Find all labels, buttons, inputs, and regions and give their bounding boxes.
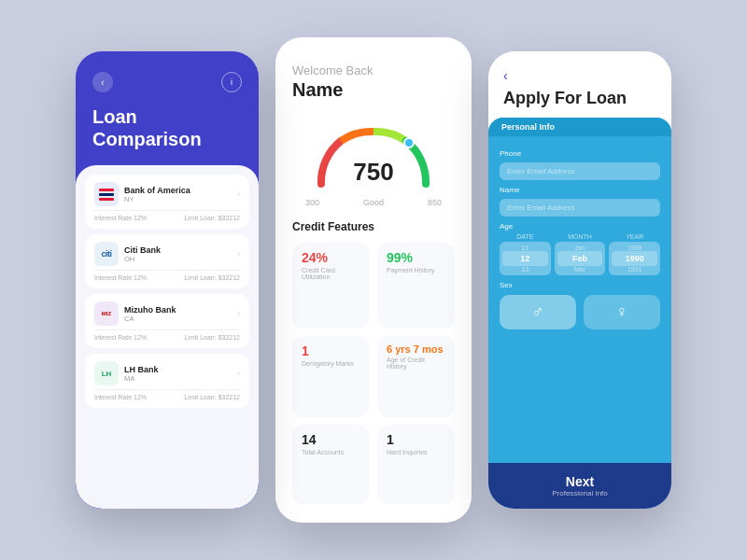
bank-limit-lh: Limit Loan: $32212 <box>184 394 240 400</box>
feature-value-5: 1 <box>387 432 445 447</box>
screen1-info-button[interactable]: i <box>221 72 242 92</box>
credit-features-title: Credit Features <box>292 220 455 233</box>
welcome-text: Welcome Back <box>292 63 455 77</box>
next-label: Next <box>500 474 660 489</box>
arrow-icon-lh: › <box>237 369 240 378</box>
screen3-title: Apply For Loan <box>503 89 656 108</box>
year-value: 1990 <box>612 251 657 266</box>
sex-male-button[interactable]: ♂ <box>500 295 576 329</box>
male-icon: ♂ <box>531 302 544 322</box>
bank-state-lh: MA <box>124 374 159 383</box>
credit-gauge: 750 <box>292 110 455 194</box>
feature-label-2: Derogatory Marks <box>302 360 360 367</box>
credit-score-value: 750 <box>353 158 393 187</box>
phone-input[interactable] <box>500 162 660 180</box>
loan-form-body: Personal Info Phone Name Age DATE 11 12 … <box>488 118 671 509</box>
bank-card-boa[interactable]: Bank of America NY › Interest Rate 12% L… <box>85 175 249 229</box>
feature-label-4: Total Accounts <box>302 449 360 455</box>
bank-limit-boa: Limit Loan: $32212 <box>184 215 240 221</box>
score-max: 850 <box>428 198 442 207</box>
sex-label: Sex <box>500 281 660 289</box>
feature-value-2: 1 <box>302 343 360 358</box>
month-header: MONTH <box>568 233 592 240</box>
month-below: Mar <box>557 266 603 273</box>
date-picker[interactable]: 11 12 13 <box>500 242 551 275</box>
bank-card-lh[interactable]: LH LH Bank MA › Interest Rate 12% Limit … <box>85 354 249 408</box>
credit-score-screen: Welcome Back Name 750 300 Good 85 <box>275 37 472 523</box>
phone-label: Phone <box>500 149 660 158</box>
arrow-icon-boa: › <box>237 189 240 199</box>
feature-value-1: 99% <box>387 250 445 265</box>
screen3-header: ‹ Apply For Loan <box>488 51 671 118</box>
bank-state-citi: OH <box>124 255 161 263</box>
date-header: DATE <box>516 233 533 240</box>
arrow-icon-mizuho: › <box>237 309 240 318</box>
female-icon: ♀ <box>615 302 628 322</box>
year-header: YEAR <box>626 233 643 240</box>
feature-card-4: 14 Total Accounts <box>292 425 370 504</box>
age-label: Age <box>500 222 660 231</box>
next-sublabel: Professional Info <box>500 489 660 497</box>
score-good: Good <box>363 198 384 207</box>
feature-card-2: 1 Derogatory Marks <box>292 336 370 418</box>
screen1-title: Loan Comparison <box>92 105 242 150</box>
bank-card-citi[interactable]: citi Citi Bank OH › Interest Rate 12% Li… <box>85 234 249 288</box>
personal-info-label: Personal Info <box>488 118 671 136</box>
apply-loan-screen: ‹ Apply For Loan Personal Info Phone Nam… <box>488 51 671 509</box>
bank-rate-boa: Interest Rate 12% <box>94 215 147 221</box>
feature-card-1: 99% Payment History <box>377 243 455 329</box>
feature-card-0: 24% Credit Card Utilization <box>292 243 370 329</box>
feature-card-5: 1 Hard Inquiries <box>377 425 455 504</box>
screen3-back-button[interactable]: ‹ <box>503 68 656 83</box>
month-value: Feb <box>557 251 603 266</box>
score-min: 300 <box>305 198 319 207</box>
sex-female-button[interactable]: ♀ <box>584 295 660 329</box>
feature-value-4: 14 <box>302 432 360 447</box>
feature-label-1: Payment History <box>387 267 445 273</box>
date-col: DATE 11 12 13 <box>500 233 551 275</box>
feature-value-0: 24% <box>302 250 360 265</box>
year-above: 1989 <box>612 245 657 251</box>
svg-point-0 <box>404 138 414 147</box>
citi-logo: citi <box>94 242 119 266</box>
lh-logo: LH <box>94 361 119 385</box>
month-picker[interactable]: Jan Feb Mar <box>555 242 606 275</box>
bank-rate-mizuho: Interest Rate 12% <box>94 334 147 341</box>
feature-card-3: 6 yrs 7 mos Age of Credit History <box>377 336 455 418</box>
personal-info-form: Phone Name Age DATE 11 12 13 M <box>488 136 671 463</box>
loan-comparison-screen: ‹ i Loan Comparison <box>76 51 259 509</box>
bank-card-mizuho[interactable]: MIZ Mizuho Bank CA › Interest Rate 12% L… <box>85 294 249 348</box>
next-button[interactable]: Next Professional Info <box>488 463 671 509</box>
age-picker-row: DATE 11 12 13 MONTH Jan Feb Mar <box>500 233 660 275</box>
user-name: Name <box>292 79 455 101</box>
mizuho-logo: MIZ <box>94 301 119 326</box>
feature-label-5: Hard Inquiries <box>387 449 445 455</box>
bank-limit-citi: Limit Loan: $32212 <box>184 274 240 281</box>
screens-container: ‹ i Loan Comparison <box>76 37 671 523</box>
bank-rate-citi: Interest Rate 12% <box>94 274 147 281</box>
year-picker[interactable]: 1989 1990 1991 <box>609 242 660 275</box>
name-input[interactable] <box>500 199 660 217</box>
credit-features-grid: 24% Credit Card Utilization 99% Payment … <box>292 243 455 504</box>
score-labels: 300 Good 850 <box>292 198 455 207</box>
feature-label-3: Age of Credit History <box>387 357 445 370</box>
feature-value-3: 6 yrs 7 mos <box>387 343 445 355</box>
screen1-bank-list: Bank of America NY › Interest Rate 12% L… <box>76 165 259 509</box>
arrow-icon-citi: › <box>237 249 240 259</box>
date-above: 11 <box>502 245 548 251</box>
bank-rate-lh: Interest Rate 12% <box>94 394 147 400</box>
date-below: 13 <box>502 266 548 273</box>
boa-logo <box>94 182 119 206</box>
bank-name-lh: LH Bank <box>124 365 159 374</box>
month-above: Jan <box>557 245 603 251</box>
date-value: 12 <box>502 251 548 266</box>
bank-name-citi: Citi Bank <box>124 245 161 255</box>
feature-label-0: Credit Card Utilization <box>302 267 360 280</box>
screen1-header: ‹ i Loan Comparison <box>76 51 259 165</box>
screen1-back-button[interactable]: ‹ <box>92 72 113 92</box>
name-label: Name <box>500 186 660 194</box>
bank-name-boa: Bank of America <box>124 186 190 195</box>
year-below: 1991 <box>612 266 657 273</box>
screen1-top-row: ‹ i <box>92 72 242 92</box>
bank-state-mizuho: CA <box>124 315 176 323</box>
